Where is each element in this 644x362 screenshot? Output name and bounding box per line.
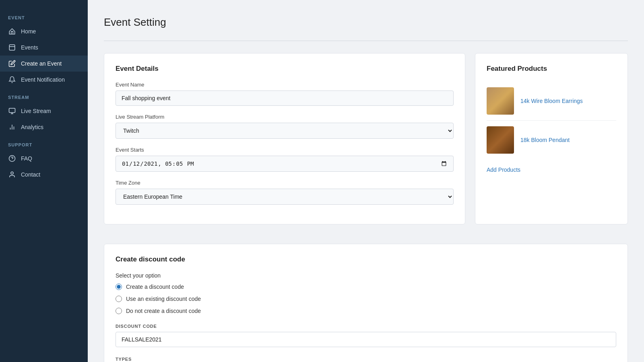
svg-rect-1 <box>9 108 15 113</box>
page-title: Event Setting <box>104 16 628 29</box>
sidebar-item-create-event[interactable]: Create an Event <box>0 56 88 72</box>
product-name-earrings[interactable]: 14k Wire Bloom Earrings <box>520 98 583 104</box>
sidebar-item-live-stream-label: Live Stream <box>21 108 51 114</box>
radio-create[interactable] <box>116 284 122 290</box>
event-name-input[interactable] <box>116 90 454 106</box>
radio-existing-label: Use an existing discount code <box>126 296 201 302</box>
sidebar-item-faq[interactable]: FAQ <box>0 150 88 167</box>
sidebar-item-events[interactable]: Events <box>0 39 88 56</box>
product-name-pendant[interactable]: 18k Bloom Pendant <box>520 137 570 143</box>
sidebar-item-contact-label: Contact <box>21 171 40 178</box>
timezone-select[interactable]: Eastern European Time UTC Eastern Time P… <box>116 189 454 205</box>
platform-label: Live Stream Platform <box>116 114 454 120</box>
radio-existing[interactable] <box>116 296 122 302</box>
event-starts-input[interactable] <box>116 156 454 172</box>
discount-card: Create discount code Select your option … <box>104 244 628 362</box>
sidebar-item-event-notification[interactable]: Event Notification <box>0 72 88 88</box>
radio-create-label: Create a discount code <box>126 284 184 290</box>
contact-icon <box>8 171 16 179</box>
event-starts-label: Event Starts <box>116 147 454 153</box>
discount-code-label: DISCOUNT CODE <box>116 324 616 329</box>
sidebar-support-section-label: SUPPORT <box>0 135 88 150</box>
sidebar: EVENT Home Events Create an Event Event … <box>0 0 88 362</box>
sidebar-item-faq-label: FAQ <box>21 155 32 162</box>
svg-point-7 <box>11 172 13 174</box>
sidebar-stream-section-label: STREAM <box>0 88 88 103</box>
timezone-label: Time Zone <box>116 180 454 186</box>
product-thumb-pendant <box>487 126 514 154</box>
sidebar-item-home-label: Home <box>21 28 36 35</box>
radio-option-create[interactable]: Create a discount code <box>116 284 616 290</box>
radio-option-existing[interactable]: Use an existing discount code <box>116 296 616 302</box>
home-icon <box>8 27 16 35</box>
sidebar-item-analytics[interactable]: Analytics <box>0 119 88 135</box>
events-icon <box>8 43 16 51</box>
platform-select[interactable]: Twitch YouTube Facebook Live <box>116 123 454 139</box>
discount-title: Create discount code <box>116 255 616 263</box>
timezone-group: Time Zone Eastern European Time UTC East… <box>116 180 454 205</box>
sidebar-item-contact[interactable]: Contact <box>0 167 88 183</box>
discount-code-section: DISCOUNT CODE <box>116 324 616 347</box>
event-details-card: Event Details Event Name Live Stream Pla… <box>104 53 465 224</box>
event-name-group: Event Name <box>116 82 454 106</box>
divider <box>104 41 628 41</box>
platform-group: Live Stream Platform Twitch YouTube Face… <box>116 114 454 139</box>
discount-code-input[interactable] <box>116 332 616 347</box>
faq-icon <box>8 154 16 162</box>
sidebar-item-create-event-label: Create an Event <box>21 60 62 67</box>
live-stream-icon <box>8 107 16 115</box>
product-thumb-earrings <box>487 87 514 115</box>
sidebar-item-analytics-label: Analytics <box>21 124 43 130</box>
select-option-label: Select your option <box>116 272 616 279</box>
analytics-icon <box>8 123 16 131</box>
add-products-link[interactable]: Add Products <box>487 167 616 173</box>
sidebar-item-events-label: Events <box>21 44 38 51</box>
event-starts-group: Event Starts <box>116 147 454 172</box>
radio-none-label: Do not create a discount code <box>126 308 201 314</box>
types-section: TYPES Fixed amount <box>116 357 616 362</box>
sidebar-item-home[interactable]: Home <box>0 23 88 39</box>
radio-none[interactable] <box>116 308 122 314</box>
product-item-earrings: 14k Wire Bloom Earrings <box>487 82 616 121</box>
event-name-label: Event Name <box>116 82 454 88</box>
main-content: Event Setting Event Details Event Name L… <box>88 0 644 362</box>
sidebar-item-live-stream[interactable]: Live Stream <box>0 103 88 119</box>
types-label: TYPES <box>116 357 616 362</box>
featured-products-card: Featured Products 14k Wire Bloom Earring… <box>475 53 628 224</box>
svg-rect-0 <box>9 45 15 50</box>
discount-radio-group: Create a discount code Use an existing d… <box>116 284 616 314</box>
radio-option-none[interactable]: Do not create a discount code <box>116 308 616 314</box>
product-item-pendant: 18k Bloom Pendant <box>487 121 616 159</box>
content-grid: Event Details Event Name Live Stream Pla… <box>104 53 628 362</box>
featured-products-title: Featured Products <box>487 65 616 73</box>
sidebar-event-section-label: EVENT <box>0 8 88 23</box>
event-details-title: Event Details <box>116 65 454 73</box>
sidebar-item-event-notification-label: Event Notification <box>21 76 65 83</box>
notification-icon <box>8 76 16 84</box>
create-event-icon <box>8 60 16 68</box>
